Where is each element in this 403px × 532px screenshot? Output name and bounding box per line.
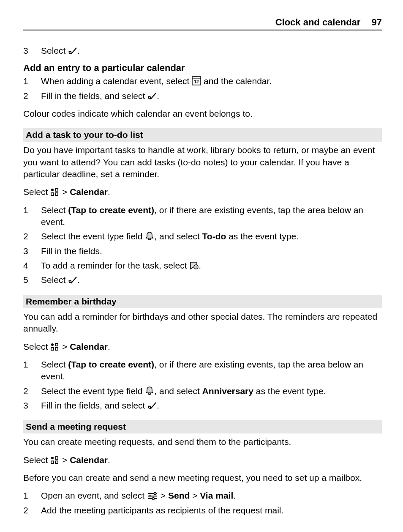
item-number: 2 xyxy=(23,90,41,102)
item-text: Select the event type field , and select… xyxy=(41,385,382,397)
calendar-icon: 12 xyxy=(192,76,201,85)
item-text: Fill in the fields, and select . xyxy=(41,90,382,102)
item-number: 3 xyxy=(23,45,41,57)
item-number: 4 xyxy=(23,260,41,271)
list-item: 3Select . xyxy=(23,45,382,57)
text: . xyxy=(157,91,159,101)
text: > xyxy=(158,491,168,500)
paragraph: Select > Calendar. xyxy=(23,186,382,198)
svg-point-25 xyxy=(154,493,156,495)
svg-rect-7 xyxy=(51,193,54,195)
text: . xyxy=(108,342,110,351)
svg-line-11 xyxy=(196,267,197,267)
text: Select xyxy=(41,46,68,55)
text: Fill in the fields, and select xyxy=(41,91,147,101)
item-number: 1 xyxy=(23,204,41,228)
text: and the calendar. xyxy=(201,76,272,86)
text: Select the event type field xyxy=(41,386,145,396)
paragraph: Do you have important tasks to handle at… xyxy=(23,144,382,180)
svg-point-12 xyxy=(69,281,71,283)
item-text: Select (Tap to create event), or if ther… xyxy=(41,204,382,228)
bell-icon xyxy=(145,386,154,395)
reminder-icon xyxy=(189,261,199,270)
item-number: 2 xyxy=(23,385,41,397)
text: Fill in the fields, and select xyxy=(41,400,147,410)
text: Select the event type field xyxy=(41,231,145,241)
bold-text: Via mail xyxy=(200,491,233,500)
bold-text: Send xyxy=(168,491,190,500)
numbered-list: 1Select (Tap to create event), or if the… xyxy=(23,359,382,411)
page-number: 97 xyxy=(372,17,382,27)
bold-text: Anniversary xyxy=(202,386,253,396)
list-item: 4To add a reminder for the task, select … xyxy=(23,260,382,271)
list-item: 1Open an event, and select > Send > Via … xyxy=(23,490,382,502)
numbered-list: 1Select (Tap to create event), or if the… xyxy=(23,204,382,286)
svg-rect-6 xyxy=(55,189,58,191)
text: When adding a calendar event, select xyxy=(41,76,192,86)
svg-rect-8 xyxy=(55,193,58,195)
svg-rect-20 xyxy=(51,461,54,463)
bold-text: (Tap to create event) xyxy=(68,359,154,369)
text: Select xyxy=(41,359,68,369)
text: Add the meeting participants as recipien… xyxy=(41,505,283,515)
svg-rect-14 xyxy=(55,343,58,346)
text: Select xyxy=(23,455,50,465)
paragraph: Select > Calendar. xyxy=(23,341,382,353)
svg-text:12: 12 xyxy=(194,80,199,84)
check-icon xyxy=(147,92,157,100)
text: > xyxy=(60,342,70,351)
check-icon xyxy=(68,276,77,284)
text: , and select xyxy=(154,386,202,396)
bold-text: Calendar xyxy=(70,342,108,351)
list-item: 2Add the meeting participants as recipie… xyxy=(23,505,382,516)
text: > xyxy=(190,491,200,500)
svg-rect-21 xyxy=(55,461,58,463)
svg-point-13 xyxy=(51,343,54,346)
bold-text: To-do xyxy=(202,231,226,241)
bell-icon xyxy=(145,231,154,241)
item-text: Fill in the fields, and select . xyxy=(41,400,382,411)
item-text: Open an event, and select > Send > Via m… xyxy=(41,490,382,502)
text: Select xyxy=(41,275,68,285)
text: as the event type. xyxy=(226,231,299,241)
section-heading-bar: Add a task to your to-do list xyxy=(23,128,382,142)
text: . xyxy=(108,455,110,465)
paragraph: You can add a reminder for birthdays and… xyxy=(23,311,382,335)
list-item: 3Fill in the fields, and select . xyxy=(23,400,382,411)
item-text: Select (Tap to create event), or if ther… xyxy=(41,359,382,383)
svg-point-4 xyxy=(149,96,151,99)
item-text: Add the meeting participants as recipien… xyxy=(41,505,382,516)
list-item: 3Fill in the fields. xyxy=(23,245,382,257)
menu-grid-icon xyxy=(50,343,60,351)
list-item: 1When adding a calendar event, select 12… xyxy=(23,75,382,87)
bold-text: (Tap to create event) xyxy=(68,205,154,215)
text: > xyxy=(60,187,70,197)
section-heading-bar: Send a meeting request xyxy=(23,420,382,433)
check-icon xyxy=(147,401,157,410)
text: Select xyxy=(41,205,68,215)
item-number: 5 xyxy=(23,274,41,286)
text: . xyxy=(77,275,80,285)
text: . xyxy=(233,491,236,500)
text: . xyxy=(108,187,110,197)
item-text: To add a reminder for the task, select . xyxy=(41,260,382,271)
svg-rect-15 xyxy=(51,348,54,350)
item-number: 3 xyxy=(23,400,41,411)
numbered-list: 3Select . xyxy=(23,45,382,57)
list-item: 2Fill in the fields, and select . xyxy=(23,90,382,102)
paragraph: Colour codes indicate which calendar an … xyxy=(23,108,382,120)
text: Select xyxy=(23,342,50,351)
item-number: 2 xyxy=(23,230,41,242)
item-number: 2 xyxy=(23,505,41,516)
text: . xyxy=(199,261,201,270)
svg-rect-19 xyxy=(55,457,58,459)
svg-point-18 xyxy=(51,457,54,459)
text: as the event type. xyxy=(253,386,326,396)
item-number: 1 xyxy=(23,75,41,87)
options-icon xyxy=(147,492,158,500)
item-number: 1 xyxy=(23,490,41,502)
item-number: 1 xyxy=(23,359,41,383)
header-title: Clock and calendar xyxy=(275,17,361,27)
section-heading-bar: Remember a birthday xyxy=(23,295,382,308)
list-item: 1Select (Tap to create event), or if the… xyxy=(23,359,382,383)
